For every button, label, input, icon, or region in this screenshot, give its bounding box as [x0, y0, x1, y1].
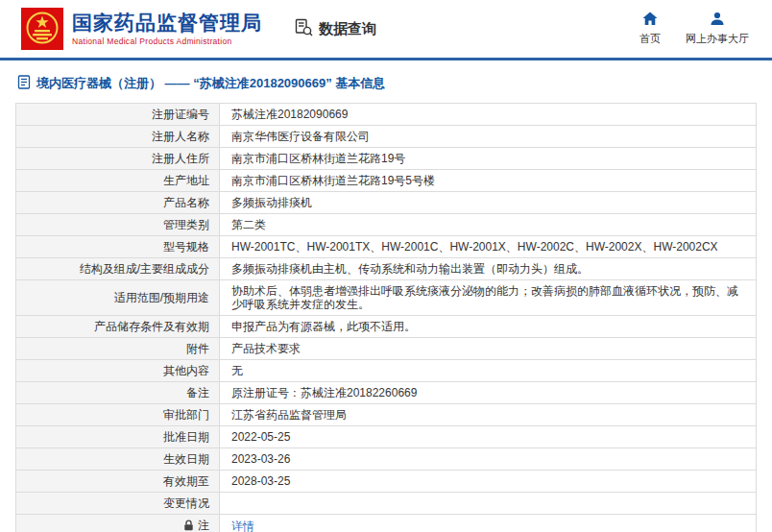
row-value: 无 [220, 360, 757, 382]
row-value: 南京市浦口区桥林街道兰花路19号 [220, 148, 757, 170]
registration-info-table: 注册证编号 苏械注准20182090669 注册人名称 南京华伟医疗设备有限公司… [15, 103, 757, 532]
row-value: 江苏省药品监督管理局 [220, 404, 757, 426]
row-value: 2023-03-26 [220, 448, 757, 471]
row-label: 有效期至 [16, 471, 220, 493]
row-label: 产品储存条件及有效期 [16, 316, 220, 338]
agency-name-en: National Medical Products Administration [72, 36, 262, 46]
site-header: 国家药品监督管理局 National Medical Products Admi… [0, 0, 772, 58]
table-row-registrant-address: 注册人住所 南京市浦口区桥林街道兰花路19号 [16, 148, 757, 170]
table-row-structure-composition: 结构及组成/主要组成成分 多频振动排痰机由主机、传动系统和动力输出装置（即动力头… [16, 258, 757, 280]
row-label: 附件 [16, 338, 220, 360]
row-label: 型号规格 [16, 236, 220, 258]
row-label: 产品名称 [16, 192, 220, 214]
row-label: 备注 [16, 382, 220, 404]
person-icon [710, 12, 725, 28]
row-value: HW-2001TC、HW-2001TX、HW-2001C、HW-2001X、HW… [220, 236, 757, 258]
row-value: 南京市浦口区桥林街道兰花路19号5号楼 [220, 170, 757, 192]
table-row-approval-department: 审批部门 江苏省药品监督管理局 [16, 404, 757, 426]
lock-icon [183, 520, 194, 532]
row-value: 申报产品为有源器械，此项不适用。 [220, 316, 757, 338]
row-value: 详情 [220, 515, 757, 532]
row-value: 原注册证号：苏械注准20182260669 [220, 382, 757, 404]
row-value: 多频振动排痰机 [220, 192, 757, 214]
brand-text: 国家药品监督管理局 National Medical Products Admi… [72, 12, 262, 46]
table-row-intended-use: 适用范围/预期用途 协助术后、体弱患者增强排出呼吸系统痰液分泌物的能力；改善病损… [16, 280, 757, 316]
national-emblem-logo [21, 8, 63, 50]
row-label: 注 [16, 515, 220, 532]
detail-link[interactable]: 详情 [231, 520, 254, 532]
data-query-icon [295, 18, 313, 39]
nav-service-hall-label: 网上办事大厅 [686, 32, 749, 46]
row-label: 注册人名称 [16, 126, 220, 148]
table-row-registrant-name: 注册人名称 南京华伟医疗设备有限公司 [16, 126, 757, 148]
data-query-nav[interactable]: 数据查询 [295, 18, 376, 39]
table-row-storage-validity: 产品储存条件及有效期 申报产品为有源器械，此项不适用。 [16, 316, 757, 338]
row-label: 结构及组成/主要组成成分 [16, 258, 220, 280]
table-row-attachment: 附件 产品技术要求 [16, 338, 757, 360]
row-value: 多频振动排痰机由主机、传动系统和动力输出装置（即动力头）组成。 [220, 258, 757, 280]
row-label: 生产地址 [16, 170, 220, 192]
table-row-remarks: 备注 原注册证号：苏械注准20182260669 [16, 382, 757, 404]
row-label: 适用范围/预期用途 [16, 280, 220, 316]
row-label: 管理类别 [16, 214, 220, 236]
row-label: 变更情况 [16, 493, 220, 515]
row-label: 批准日期 [16, 426, 220, 448]
row-label: 注册人住所 [16, 148, 220, 170]
nav-home[interactable]: 首页 [639, 12, 661, 46]
row-value: 2028-03-25 [220, 471, 757, 493]
row-label: 注册证编号 [16, 104, 220, 126]
row-value: 南京华伟医疗设备有限公司 [220, 126, 757, 148]
breadcrumb: 境内医疗器械（注册） —— “苏械注准20182090669” 基本信息 [17, 75, 757, 92]
table-row-product-name: 产品名称 多频振动排痰机 [16, 192, 757, 214]
row-value: 2022-05-25 [220, 426, 757, 448]
row-label: 其他内容 [16, 360, 220, 382]
table-row-expiry-date: 有效期至 2028-03-25 [16, 471, 757, 493]
table-row-approval-date: 批准日期 2022-05-25 [16, 426, 757, 448]
home-icon [642, 12, 658, 28]
row-value: 产品技术要求 [220, 338, 757, 360]
header-nav: 首页 网上办事大厅 [639, 12, 755, 46]
data-query-label: 数据查询 [319, 20, 376, 38]
main-content: 境内医疗器械（注册） —— “苏械注准20182090669” 基本信息 注册证… [0, 60, 772, 532]
row-label: 生效日期 [16, 448, 220, 471]
page-title: 境内医疗器械（注册） —— “苏械注准20182090669” 基本信息 [36, 75, 385, 92]
row-value: 协助术后、体弱患者增强排出呼吸系统痰液分泌物的能力；改善病损的肺部血液循环状况，… [220, 280, 757, 316]
table-row-reg-number: 注册证编号 苏械注准20182090669 [16, 104, 757, 126]
table-row-note: 注 详情 [16, 515, 757, 532]
agency-name-cn: 国家药品监督管理局 [72, 12, 262, 35]
row-value: 第二类 [220, 214, 757, 236]
row-label: 审批部门 [16, 404, 220, 426]
table-row-other-content: 其他内容 无 [16, 360, 757, 382]
table-row-effective-date: 生效日期 2023-03-26 [16, 448, 757, 471]
brand[interactable]: 国家药品监督管理局 National Medical Products Admi… [21, 8, 262, 50]
table-row-production-address: 生产地址 南京市浦口区桥林街道兰花路19号5号楼 [16, 170, 757, 192]
document-icon [17, 75, 31, 92]
note-label: 注 [198, 519, 209, 532]
table-row-model-spec: 型号规格 HW-2001TC、HW-2001TX、HW-2001C、HW-200… [16, 236, 757, 258]
row-value: 苏械注准20182090669 [220, 104, 757, 126]
row-value [220, 493, 757, 515]
nav-home-label: 首页 [639, 32, 661, 46]
table-row-management-class: 管理类别 第二类 [16, 214, 757, 236]
table-row-change-status: 变更情况 [16, 493, 757, 515]
nav-service-hall[interactable]: 网上办事大厅 [686, 12, 749, 46]
